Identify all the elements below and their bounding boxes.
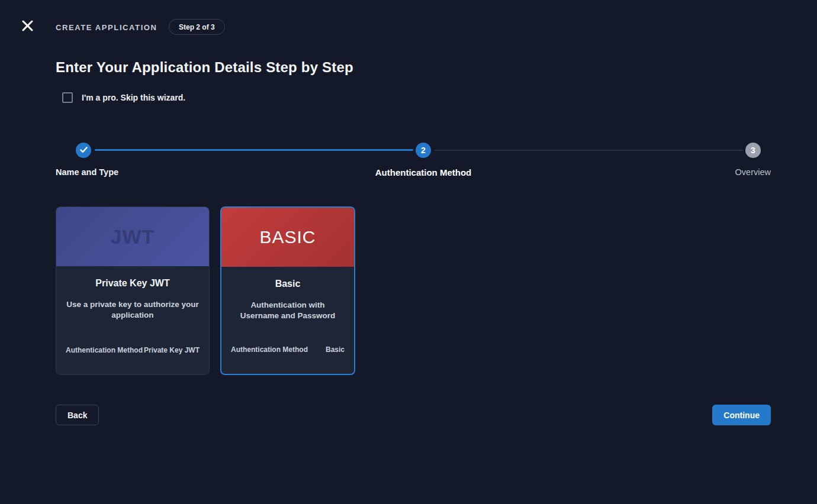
- check-icon: [80, 146, 88, 155]
- card-description: Authentication with Username and Passwor…: [221, 300, 354, 321]
- card-title: Basic: [221, 279, 354, 289]
- wizard-stepper: 2 3 Name and Type Authentication Method …: [56, 143, 771, 182]
- close-icon: [22, 20, 33, 33]
- card-title: Private Key JWT: [56, 278, 209, 289]
- skip-wizard-row[interactable]: I'm a pro. Skip this wizard.: [62, 92, 185, 103]
- close-button[interactable]: [20, 19, 35, 34]
- card-meta-row: Authentication Method Basic: [221, 345, 354, 354]
- wizard-title: CREATE APPLICATION: [56, 23, 157, 32]
- page-title: Enter Your Application Details Step by S…: [56, 59, 353, 76]
- card-meta-label: Authentication Method: [66, 346, 143, 354]
- continue-button[interactable]: Continue: [712, 405, 771, 425]
- step-3-label: Overview: [735, 167, 771, 177]
- back-button[interactable]: Back: [56, 405, 99, 425]
- basic-banner: BASIC: [221, 208, 354, 267]
- auth-method-options: JWT Private Key JWT Use a private key to…: [56, 206, 355, 375]
- jwt-banner-text: JWT: [111, 225, 155, 248]
- card-meta-row: Authentication Method Private Key JWT: [56, 346, 209, 354]
- create-application-wizard: CREATE APPLICATION Step 2 of 3 Enter You…: [0, 0, 817, 504]
- jwt-banner: JWT: [56, 207, 209, 266]
- basic-banner-text: BASIC: [259, 227, 316, 247]
- card-meta-value: Private Key JWT: [144, 346, 200, 354]
- card-description: Use a private key to authorize your appl…: [56, 299, 209, 320]
- auth-card-private-key-jwt[interactable]: JWT Private Key JWT Use a private key to…: [56, 206, 210, 375]
- skip-wizard-label: I'm a pro. Skip this wizard.: [82, 93, 185, 102]
- stepper-line-upcoming: [435, 150, 743, 151]
- card-meta-value: Basic: [326, 345, 345, 354]
- stepper-line-complete: [95, 149, 413, 151]
- skip-wizard-checkbox[interactable]: [62, 92, 73, 103]
- step-1-label: Name and Type: [56, 167, 118, 177]
- step-2-label: Authentication Method: [375, 167, 471, 177]
- step-1-indicator: [76, 143, 91, 158]
- auth-card-basic[interactable]: BASIC Basic Authentication with Username…: [220, 206, 355, 375]
- step-3-indicator: 3: [745, 143, 761, 158]
- card-meta-label: Authentication Method: [231, 345, 308, 354]
- step-2-indicator: 2: [416, 143, 431, 158]
- step-badge: Step 2 of 3: [169, 19, 225, 35]
